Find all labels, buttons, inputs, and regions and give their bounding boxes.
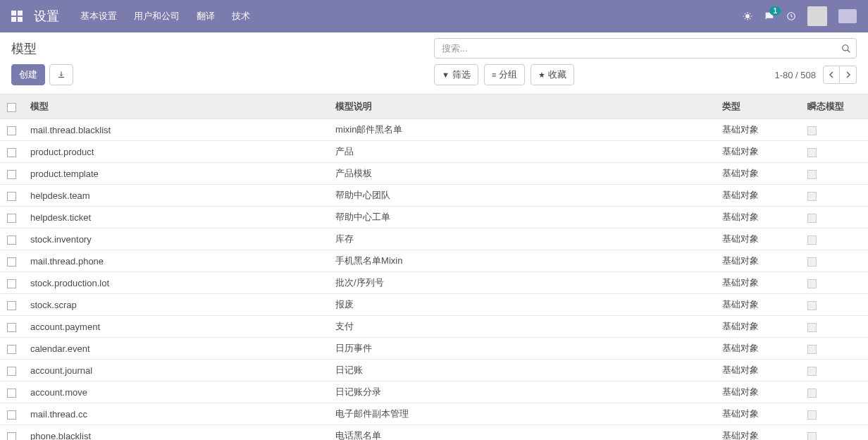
- search-icon[interactable]: [841, 44, 851, 54]
- transient-checkbox: [807, 410, 817, 420]
- row-checkbox[interactable]: [7, 170, 16, 179]
- apps-icon[interactable]: [11, 11, 23, 22]
- cell-model: stock.production.lot: [23, 272, 328, 294]
- chevron-right-icon: [845, 71, 851, 78]
- pager-next-button[interactable]: [840, 66, 857, 84]
- row-checkbox[interactable]: [7, 301, 16, 310]
- row-checkbox[interactable]: [7, 345, 16, 354]
- filter-button[interactable]: ▼筛选: [434, 64, 478, 85]
- cell-desc: 帮助中心团队: [328, 185, 715, 207]
- cell-model: account.payment: [23, 316, 328, 338]
- transient-checkbox: [807, 192, 817, 201]
- table-row[interactable]: phone.blacklist电话黑名单基础对象: [0, 425, 868, 441]
- cell-model: account.move: [23, 381, 328, 403]
- activity-icon[interactable]: [786, 11, 796, 21]
- row-checkbox[interactable]: [7, 389, 16, 398]
- table-row[interactable]: helpdesk.ticket帮助中心工单基础对象: [0, 207, 868, 228]
- cell-type: 基础对象: [715, 425, 800, 441]
- column-header-desc[interactable]: 模型说明: [328, 94, 715, 119]
- filter-icon: ▼: [442, 71, 450, 79]
- select-all-checkbox[interactable]: [7, 103, 16, 112]
- table-row[interactable]: helpdesk.team帮助中心团队基础对象: [0, 185, 868, 207]
- row-checkbox[interactable]: [7, 257, 16, 267]
- cell-desc: 报废: [328, 294, 715, 316]
- pager-range[interactable]: 1-80 / 508: [774, 70, 816, 80]
- cell-model: calendar.event: [23, 338, 328, 360]
- table-row[interactable]: stock.production.lot批次/序列号基础对象: [0, 272, 868, 294]
- cell-type: 基础对象: [715, 403, 800, 425]
- create-button[interactable]: 创建: [11, 64, 45, 85]
- breadcrumb: 模型: [11, 40, 434, 57]
- cell-type: 基础对象: [715, 294, 800, 316]
- cell-model: product.template: [23, 163, 328, 185]
- svg-point-2: [843, 44, 848, 50]
- table-row[interactable]: account.payment支付基础对象: [0, 316, 868, 338]
- table-row[interactable]: calendar.event日历事件基础对象: [0, 338, 868, 360]
- star-icon: ★: [538, 71, 545, 79]
- transient-checkbox: [807, 389, 817, 398]
- table-row[interactable]: mail.thread.blacklistmixin邮件黑名单基础对象: [0, 119, 868, 141]
- company-selector[interactable]: [838, 9, 857, 23]
- cell-model: mail.thread.phone: [23, 250, 328, 272]
- table-row[interactable]: mail.thread.cc电子邮件副本管理基础对象: [0, 403, 868, 425]
- nav-menu-item[interactable]: 基本设置: [80, 10, 117, 23]
- transient-checkbox: [807, 236, 817, 245]
- control-panel: 模型 创建 ▼筛选 ≡分组 ★收藏 1-80 / 508: [0, 32, 868, 94]
- group-button[interactable]: ≡分组: [484, 64, 525, 85]
- cell-model: mail.thread.cc: [23, 403, 328, 425]
- column-header-model[interactable]: 模型: [23, 94, 328, 119]
- messages-icon[interactable]: 1: [764, 11, 775, 22]
- cell-type: 基础对象: [715, 360, 800, 381]
- cell-model: account.journal: [23, 360, 328, 381]
- table-row[interactable]: mail.thread.phone手机黑名单Mixin基础对象: [0, 250, 868, 272]
- search-input[interactable]: [434, 38, 857, 59]
- cell-type: 基础对象: [715, 250, 800, 272]
- cell-model: product.product: [23, 141, 328, 163]
- row-checkbox[interactable]: [7, 367, 16, 376]
- cell-type: 基础对象: [715, 272, 800, 294]
- nav-menu-item[interactable]: 用户和公司: [134, 10, 180, 23]
- cell-desc: 日历事件: [328, 338, 715, 360]
- row-checkbox[interactable]: [7, 126, 16, 135]
- row-checkbox[interactable]: [7, 432, 16, 440]
- row-checkbox[interactable]: [7, 148, 16, 157]
- row-checkbox[interactable]: [7, 323, 16, 332]
- table-row[interactable]: product.product产品基础对象: [0, 141, 868, 163]
- table-row[interactable]: stock.scrap报废基础对象: [0, 294, 868, 316]
- avatar[interactable]: [807, 6, 827, 26]
- transient-checkbox: [807, 170, 817, 179]
- nav-menu-item[interactable]: 翻译: [197, 10, 215, 23]
- row-checkbox[interactable]: [7, 214, 16, 223]
- nav-menu-item[interactable]: 技术: [232, 10, 250, 23]
- cell-type: 基础对象: [715, 207, 800, 228]
- table-row[interactable]: product.template产品模板基础对象: [0, 163, 868, 185]
- chevron-left-icon: [829, 71, 834, 78]
- table-row[interactable]: stock.inventory库存基础对象: [0, 228, 868, 250]
- cell-type: 基础对象: [715, 338, 800, 360]
- row-checkbox[interactable]: [7, 279, 16, 288]
- cell-type: 基础对象: [715, 141, 800, 163]
- favorite-button[interactable]: ★收藏: [531, 64, 574, 85]
- cell-transient: [800, 272, 868, 294]
- row-checkbox[interactable]: [7, 236, 16, 245]
- row-checkbox[interactable]: [7, 192, 16, 201]
- cell-model: phone.blacklist: [23, 425, 328, 441]
- data-table: 模型 模型说明 类型 瞬态模型 mail.thread.blacklistmix…: [0, 94, 868, 440]
- export-button[interactable]: [49, 64, 73, 85]
- table-row[interactable]: account.move日记账分录基础对象: [0, 381, 868, 403]
- row-checkbox[interactable]: [7, 410, 16, 420]
- bug-icon[interactable]: [743, 11, 752, 21]
- pager-prev-button[interactable]: [823, 66, 840, 84]
- search-container: [434, 38, 857, 59]
- column-header-type[interactable]: 类型: [715, 94, 800, 119]
- cell-desc: 产品: [328, 141, 715, 163]
- table-row[interactable]: account.journal日记账基础对象: [0, 360, 868, 381]
- transient-checkbox: [807, 214, 817, 223]
- cell-type: 基础对象: [715, 163, 800, 185]
- cell-transient: [800, 141, 868, 163]
- cell-transient: [800, 316, 868, 338]
- transient-checkbox: [807, 367, 817, 376]
- group-icon: ≡: [492, 71, 496, 79]
- column-header-transient[interactable]: 瞬态模型: [800, 94, 868, 119]
- cell-transient: [800, 425, 868, 441]
